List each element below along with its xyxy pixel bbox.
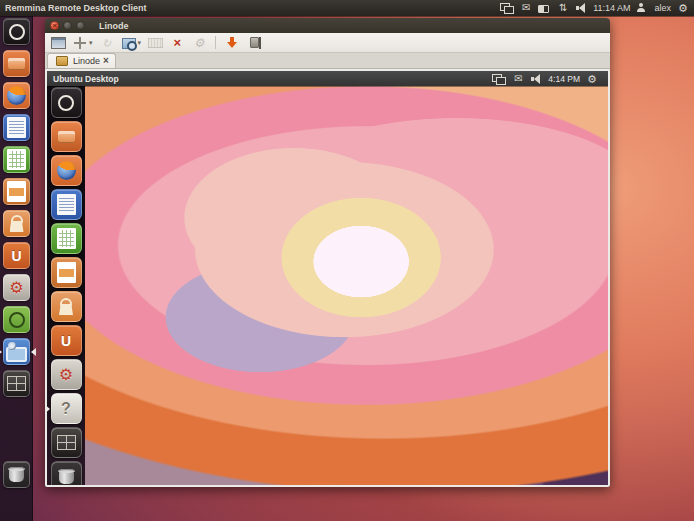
minimize-button[interactable] <box>63 21 72 30</box>
tools-button: ⚙ <box>190 34 208 52</box>
remote-indicators: ✉ <box>492 72 542 86</box>
preferences-icon: × <box>169 35 185 51</box>
remote-wallpaper[interactable] <box>47 86 608 485</box>
launcher-item-lo-impress[interactable] <box>3 178 30 205</box>
launcher-item-help-app[interactable]: ? <box>51 393 82 424</box>
launcher-item-ubuntu-one[interactable]: U <box>51 325 82 356</box>
window-titlebar[interactable]: × Linode <box>45 18 610 33</box>
host-unity-launcher: U⚙ <box>0 16 33 521</box>
remote-unity-launcher: U⚙? <box>47 86 85 485</box>
launcher-item-lo-calc[interactable] <box>51 223 82 254</box>
window-controls: × <box>50 21 85 30</box>
launcher-item-lo-writer[interactable] <box>51 189 82 220</box>
remote-session-view[interactable]: Ubuntu Desktop ✉ 4:14 PM ⚙ U⚙? <box>45 69 610 487</box>
dropdown-caret-icon[interactable]: ▾ <box>138 39 142 47</box>
launcher-item-dash-home[interactable] <box>3 18 30 45</box>
launcher-item-lo-writer[interactable] <box>3 114 30 141</box>
tab-bar: Linode × <box>45 53 610 69</box>
launcher-spacer <box>0 402 33 461</box>
tab-icon <box>54 53 70 69</box>
system-settings-glyph: ⚙ <box>9 280 23 296</box>
switch-mode-icon: ↻ <box>99 35 115 51</box>
disconnect-icon <box>246 35 262 51</box>
launcher-item-firefox[interactable] <box>51 155 82 186</box>
maximize-button[interactable] <box>76 21 85 30</box>
launcher-item-home-folder[interactable] <box>3 50 30 77</box>
launcher-item-trash-app[interactable] <box>3 461 30 488</box>
switch-mode-button: ↻ <box>98 34 116 52</box>
user-indicator-icon[interactable] <box>636 1 648 15</box>
launcher-item-system-settings[interactable]: ⚙ <box>51 359 82 390</box>
host-indicators: ✉⇅ <box>500 1 587 15</box>
host-username[interactable]: alex <box>654 3 671 13</box>
network-indicator-icon[interactable] <box>492 72 506 86</box>
minimize-remote-button[interactable] <box>223 34 241 52</box>
zoom-button[interactable]: ▾ <box>120 34 143 52</box>
fullscreen-button[interactable] <box>49 34 67 52</box>
keyboard-grab-icon <box>147 35 163 51</box>
system-settings-glyph: ⚙ <box>59 367 73 383</box>
screen: Remmina Remote Desktop Client ✉⇅ 11:14 A… <box>0 0 694 521</box>
volume-indicator-icon[interactable] <box>575 1 587 15</box>
host-app-title: Remmina Remote Desktop Client <box>5 3 147 13</box>
host-top-panel: Remmina Remote Desktop Client ✉⇅ 11:14 A… <box>0 0 694 16</box>
host-launcher-trash <box>0 461 33 493</box>
launcher-item-home-folder[interactable] <box>51 121 82 152</box>
dropdown-caret-icon[interactable]: ▾ <box>89 39 93 47</box>
tools-icon: ⚙ <box>191 35 207 51</box>
ubuntu-one-glyph: U <box>61 334 71 348</box>
battery-indicator-icon[interactable] <box>538 1 551 15</box>
remote-top-panel: Ubuntu Desktop ✉ 4:14 PM ⚙ <box>47 71 608 86</box>
host-clock[interactable]: 11:14 AM <box>593 3 630 13</box>
zoom-icon <box>121 35 137 51</box>
running-indicator-icon <box>47 405 54 413</box>
mail-indicator-icon[interactable]: ✉ <box>520 1 532 15</box>
fullscreen-icon <box>50 35 66 51</box>
launcher-item-system-settings[interactable]: ⚙ <box>3 274 30 301</box>
network-sync-icon[interactable]: ⇅ <box>557 1 569 15</box>
launcher-item-dash-home[interactable] <box>51 87 82 118</box>
host-launcher-items: U⚙ <box>0 18 33 402</box>
launcher-item-distributor-logo[interactable] <box>3 306 30 333</box>
fit-window-button[interactable]: ▾ <box>71 34 94 52</box>
ubuntu-one-glyph: U <box>11 249 21 263</box>
session-gear-icon[interactable]: ⚙ <box>677 1 689 15</box>
help-app-glyph: ? <box>61 401 71 417</box>
toolbar-separator <box>215 36 216 49</box>
remote-screens-icon[interactable] <box>500 1 514 15</box>
launcher-item-firefox[interactable] <box>3 82 30 109</box>
tab-close-icon[interactable]: × <box>103 56 109 66</box>
volume-indicator-icon[interactable] <box>530 72 542 86</box>
launcher-item-lo-impress[interactable] <box>51 257 82 288</box>
preferences-button[interactable]: × <box>168 34 186 52</box>
remote-desktop[interactable]: U⚙? <box>47 86 608 485</box>
remote-launcher-items: U⚙? <box>47 87 85 461</box>
disconnect-button[interactable] <box>245 34 263 52</box>
minimize-remote-icon <box>224 35 240 51</box>
window-title: Linode <box>99 21 129 31</box>
remote-launcher-trash <box>47 461 85 485</box>
launcher-item-software-center[interactable] <box>3 210 30 237</box>
launcher-item-trash-app[interactable] <box>51 461 82 485</box>
remote-clock[interactable]: 4:14 PM <box>548 74 580 84</box>
remmina-window: × Linode ▾↻▾×⚙ Linode × Ubuntu Desktop ✉… <box>45 18 610 487</box>
mail-indicator-icon[interactable]: ✉ <box>512 72 524 86</box>
launcher-item-workspace-switcher[interactable] <box>51 427 82 458</box>
tab-linode[interactable]: Linode × <box>47 53 116 68</box>
fit-window-icon <box>72 35 88 51</box>
remmina-toolbar: ▾↻▾×⚙ <box>45 33 610 53</box>
keyboard-grab-button <box>146 34 164 52</box>
focused-indicator-icon <box>27 348 36 356</box>
launcher-item-ubuntu-one[interactable]: U <box>3 242 30 269</box>
launcher-item-remmina-app[interactable] <box>3 338 30 365</box>
remote-session-gear-icon[interactable]: ⚙ <box>586 72 598 86</box>
host-indicator-area: ✉⇅ 11:14 AM alex ⚙ <box>500 1 694 15</box>
tab-label: Linode <box>73 56 100 66</box>
running-indicator-icon <box>0 348 6 356</box>
launcher-item-software-center[interactable] <box>51 291 82 322</box>
launcher-item-lo-calc[interactable] <box>3 146 30 173</box>
remote-menubar-title: Ubuntu Desktop <box>53 74 119 84</box>
close-button[interactable]: × <box>50 21 59 30</box>
launcher-item-workspace-switcher[interactable] <box>3 370 30 397</box>
remote-indicator-area: ✉ 4:14 PM ⚙ <box>492 72 603 86</box>
